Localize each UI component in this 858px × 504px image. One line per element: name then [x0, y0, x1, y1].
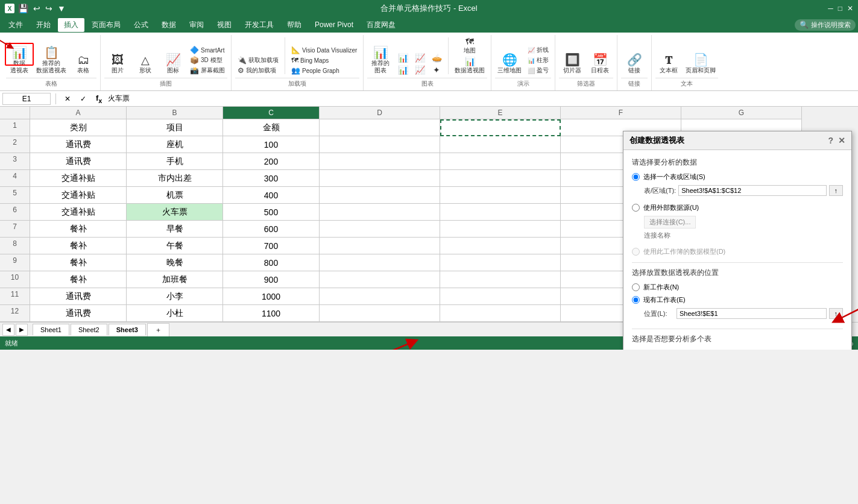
sparkline-win-button[interactable]: ⬜ 盈亏 — [525, 66, 551, 75]
sparkline-line-button[interactable]: 📈 折线 — [525, 45, 551, 55]
menu-baiduyun[interactable]: 百度网盘 — [361, 18, 402, 32]
maximize-button[interactable]: □ — [838, 4, 842, 13]
row-header-7[interactable]: 7 — [0, 221, 30, 238]
col-header-a[interactable]: A — [30, 107, 127, 119]
cell-c7[interactable]: 600 — [223, 221, 320, 238]
col-chart-button[interactable]: 📊 — [395, 52, 411, 63]
cell-b5[interactable]: 机票 — [127, 187, 223, 204]
cell-a10[interactable]: 餐补 — [30, 271, 127, 288]
area-chart-button[interactable]: 📈 — [412, 65, 427, 75]
row-header-1[interactable]: 1 — [0, 119, 30, 136]
menu-insert[interactable]: 插入 — [58, 18, 84, 32]
cell-b11[interactable]: 小李 — [127, 288, 223, 305]
cell-b8[interactable]: 午餐 — [127, 238, 223, 254]
screenshot-button[interactable]: 📸 屏幕截图 — [188, 66, 227, 75]
cell-d6[interactable] — [320, 204, 440, 221]
cell-d7[interactable] — [320, 221, 440, 238]
map-button[interactable]: 🗺 地图 — [452, 36, 487, 55]
table-button[interactable]: 🗂 表格 — [70, 51, 96, 75]
cell-e1[interactable] — [440, 119, 561, 136]
3dmap-button[interactable]: 🌐 三维地图 — [495, 51, 524, 75]
table-range-picker[interactable]: ↑ — [829, 185, 844, 196]
cell-b12[interactable]: 小杜 — [127, 305, 223, 322]
radio-external-input[interactable] — [632, 204, 640, 212]
pivotchart-button[interactable]: 📊 数据透视图 — [452, 56, 487, 75]
confirm-formula-button[interactable]: ✓ — [77, 93, 90, 104]
cell-d1[interactable] — [320, 119, 440, 136]
cell-a3[interactable]: 通讯费 — [30, 153, 127, 170]
cell-a1[interactable]: 类别 — [30, 119, 127, 136]
row-header-10[interactable]: 10 — [0, 271, 30, 288]
cell-c5[interactable]: 400 — [223, 187, 320, 204]
formula-input[interactable] — [108, 95, 856, 103]
menu-help[interactable]: 帮助 — [281, 18, 308, 32]
cell-c9[interactable]: 800 — [223, 254, 320, 271]
visio-button[interactable]: 📐 Visio Data Visualizer — [289, 45, 359, 55]
link-button[interactable]: 🔗 链接 — [621, 51, 648, 75]
sheet-tab-2[interactable]: Sheet2 — [71, 324, 107, 335]
cell-c6[interactable]: 500 — [223, 204, 320, 221]
add-sheet-button[interactable]: ＋ — [147, 323, 169, 336]
cell-a7[interactable]: 餐补 — [30, 221, 127, 238]
minimize-button[interactable]: ─ — [828, 4, 833, 13]
sheet-next-button[interactable]: ▶ — [16, 324, 28, 336]
cell-d11[interactable] — [320, 288, 440, 305]
close-button[interactable]: ✕ — [847, 4, 853, 13]
menu-view[interactable]: 视图 — [211, 18, 238, 32]
search-box[interactable]: 🔍 操作说明搜索 — [795, 19, 856, 31]
cell-d9[interactable] — [320, 254, 440, 271]
getaddin-button[interactable]: 🔌 获取加载项 — [235, 55, 281, 65]
cell-c8[interactable]: 700 — [223, 238, 320, 254]
cell-b7[interactable]: 早餐 — [127, 221, 223, 238]
radio-newsheet-input[interactable] — [632, 283, 640, 291]
cell-a8[interactable]: 餐补 — [30, 238, 127, 254]
cell-a2[interactable]: 通讯费 — [30, 136, 127, 153]
cell-b6[interactable]: 火车票 — [127, 204, 223, 221]
peoplegraph-button[interactable]: 👥 People Graph — [289, 66, 359, 75]
row-header-3[interactable]: 3 — [0, 153, 30, 170]
radio-table-input[interactable] — [632, 173, 640, 181]
menu-formulas[interactable]: 公式 — [128, 18, 154, 32]
cell-b3[interactable]: 手机 — [127, 153, 223, 170]
slicer-button[interactable]: 🔲 切片器 — [559, 51, 585, 75]
cell-a6[interactable]: 交通补贴 — [30, 204, 127, 221]
menu-home[interactable]: 开始 — [30, 18, 57, 32]
row-header-8[interactable]: 8 — [0, 238, 30, 254]
cell-c10[interactable]: 900 — [223, 271, 320, 288]
cell-e11[interactable] — [440, 288, 561, 305]
cell-c12[interactable]: 1100 — [223, 305, 320, 322]
smartart-button[interactable]: 🔷 SmartArt — [188, 45, 227, 55]
cell-d8[interactable] — [320, 238, 440, 254]
line-chart-button[interactable]: 📈 — [412, 52, 427, 63]
col-header-b[interactable]: B — [127, 107, 223, 119]
cell-e3[interactable] — [440, 153, 561, 170]
cell-b1[interactable]: 项目 — [127, 119, 223, 136]
header-button[interactable]: 📄 页眉和页脚 — [683, 51, 718, 75]
pie-chart-button[interactable]: 🥧 — [429, 52, 444, 63]
scatter-button[interactable]: ✦ — [429, 65, 444, 75]
cell-a11[interactable]: 通讯费 — [30, 288, 127, 305]
col-header-g[interactable]: G — [681, 107, 802, 119]
cell-d10[interactable] — [320, 271, 440, 288]
sheet-tab-3[interactable]: Sheet3 — [109, 324, 146, 335]
save-button[interactable]: 💾 — [17, 2, 30, 14]
menu-file[interactable]: 文件 — [2, 18, 29, 32]
radio-existingsheet-input[interactable] — [632, 296, 640, 304]
bingmaps-button[interactable]: 🗺 Bing Maps — [289, 55, 359, 65]
cell-d2[interactable] — [320, 136, 440, 153]
cell-d3[interactable] — [320, 153, 440, 170]
sheet-tab-1[interactable]: Sheet1 — [33, 324, 69, 335]
cell-e4[interactable] — [440, 170, 561, 187]
recommend-pivot-button[interactable]: 📋 推荐的数据透视表 — [34, 44, 69, 75]
dialog-close-button[interactable]: ✕ — [838, 136, 845, 145]
row-header-11[interactable]: 11 — [0, 288, 30, 305]
cell-c3[interactable]: 200 — [223, 153, 320, 170]
cell-a9[interactable]: 餐补 — [30, 254, 127, 271]
menu-developer[interactable]: 开发工具 — [239, 18, 280, 32]
timeline-button[interactable]: 📅 日程表 — [587, 51, 613, 75]
cell-a4[interactable]: 交通补贴 — [30, 170, 127, 187]
cell-e2[interactable] — [440, 136, 561, 153]
cell-c1[interactable]: 金额 — [223, 119, 320, 136]
menu-pagelayout[interactable]: 页面布局 — [86, 18, 127, 32]
cell-e8[interactable] — [440, 238, 561, 254]
